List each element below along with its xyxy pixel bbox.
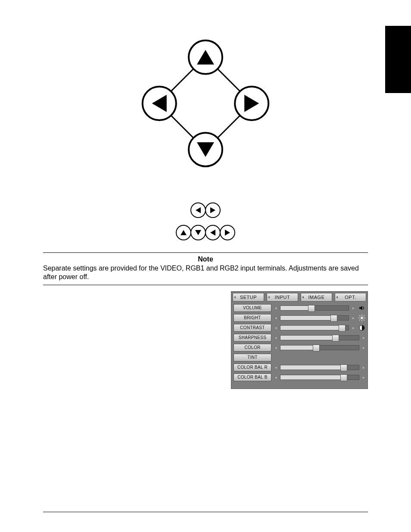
- arrow-row-udlr: [176, 225, 235, 240]
- dpad-down-button[interactable]: [188, 132, 223, 167]
- small-right-button[interactable]: [220, 225, 235, 240]
- tab-setup[interactable]: SETUP: [233, 293, 264, 302]
- osd-row: COLOR BAL R◂▸: [234, 364, 365, 371]
- osd-slider[interactable]: [280, 345, 359, 350]
- osd-item-label[interactable]: VOLUME: [234, 304, 271, 312]
- osd-item-label[interactable]: BRIGHT: [234, 314, 271, 322]
- contrast-icon: [358, 324, 365, 331]
- svg-line-8: [359, 320, 360, 320]
- triangle-left-icon: [196, 207, 201, 213]
- svg-point-0: [361, 317, 363, 319]
- svg-line-6: [364, 320, 364, 320]
- osd-slider[interactable]: [280, 325, 349, 330]
- osd-item-label[interactable]: CONTRAST: [234, 324, 271, 332]
- divider: [43, 285, 368, 285]
- osd-row-icon: [358, 314, 365, 321]
- svg-line-5: [359, 315, 360, 316]
- slider-increase[interactable]: ▸: [352, 326, 355, 330]
- osd-row: COLOR◂▸: [234, 344, 365, 352]
- osd-row: CONTRAST◂▸: [234, 324, 365, 332]
- osd-panel: SETUP INPUT IMAGE OPT. VOLUME◂▸BRIGHT◂▸C…: [231, 291, 368, 389]
- note-body: Separate settings are provided for the V…: [43, 264, 368, 281]
- dpad-right-button[interactable]: [234, 86, 269, 121]
- small-arrow-rows: [43, 202, 368, 240]
- osd-slider[interactable]: [280, 305, 349, 311]
- osd-row-icon: [358, 305, 365, 311]
- osd-item-label[interactable]: COLOR BAL R: [234, 364, 271, 371]
- slider-decrease[interactable]: ◂: [274, 375, 277, 380]
- divider: [43, 252, 368, 253]
- slider-decrease[interactable]: ◂: [274, 326, 277, 330]
- triangle-down-icon: [197, 142, 214, 157]
- osd-row: COLOR BAL B◂▸: [234, 373, 365, 381]
- dpad-up-button[interactable]: [188, 40, 223, 75]
- dpad-left-button[interactable]: [142, 86, 177, 121]
- triangle-down-icon: [195, 230, 201, 235]
- slider-increase[interactable]: ▸: [352, 316, 355, 320]
- osd-row: VOLUME◂▸: [234, 304, 365, 312]
- footer-divider: [43, 512, 368, 512]
- side-tab: [385, 26, 411, 93]
- osd-row: BRIGHT◂▸: [234, 314, 365, 322]
- slider-decrease[interactable]: ◂: [274, 345, 277, 350]
- sun-icon: [358, 314, 365, 321]
- slider-decrease[interactable]: ◂: [274, 306, 277, 310]
- osd-item-label[interactable]: TINT: [234, 354, 271, 361]
- note-heading: Note: [43, 255, 368, 263]
- triangle-up-icon: [197, 50, 214, 65]
- triangle-right-icon: [244, 95, 259, 112]
- osd-row: TINT: [234, 354, 365, 361]
- slider-increase[interactable]: ▸: [362, 345, 365, 350]
- slider-increase[interactable]: ▸: [352, 306, 355, 310]
- osd-item-label[interactable]: COLOR: [234, 344, 271, 352]
- osd-slider[interactable]: [280, 315, 349, 320]
- slider-increase[interactable]: ▸: [362, 336, 365, 340]
- osd-tabs: SETUP INPUT IMAGE OPT.: [231, 291, 368, 304]
- small-right-button[interactable]: [205, 202, 221, 218]
- slider-decrease[interactable]: ◂: [274, 316, 277, 320]
- tab-image[interactable]: IMAGE: [301, 293, 332, 302]
- osd-row-icon: [358, 324, 365, 331]
- slider-increase[interactable]: ▸: [362, 375, 365, 380]
- osd-slider[interactable]: [280, 365, 359, 370]
- osd-item-label[interactable]: COLOR BAL B: [234, 373, 271, 381]
- slider-increase[interactable]: ▸: [362, 365, 365, 370]
- speaker-icon: [358, 305, 365, 311]
- arrow-row-lr: [191, 202, 220, 218]
- osd-item-label[interactable]: SHARPNESS: [234, 334, 271, 342]
- triangle-right-icon: [225, 230, 230, 236]
- osd-slider[interactable]: [280, 375, 359, 380]
- tab-input[interactable]: INPUT: [267, 293, 298, 302]
- tab-opt[interactable]: OPT.: [335, 293, 366, 302]
- osd-slider[interactable]: [280, 335, 359, 340]
- slider-decrease[interactable]: ◂: [274, 336, 277, 340]
- slider-decrease[interactable]: ◂: [274, 365, 277, 370]
- triangle-left-icon: [210, 230, 215, 236]
- small-up-button[interactable]: [176, 225, 191, 240]
- small-left-button[interactable]: [190, 202, 206, 218]
- dpad-diagram: [43, 43, 368, 164]
- triangle-left-icon: [152, 95, 167, 112]
- small-down-button[interactable]: [190, 225, 206, 240]
- svg-line-7: [364, 315, 364, 316]
- osd-row: SHARPNESS◂▸: [234, 334, 365, 342]
- small-left-button[interactable]: [205, 225, 221, 240]
- triangle-right-icon: [210, 207, 215, 213]
- triangle-up-icon: [181, 230, 187, 235]
